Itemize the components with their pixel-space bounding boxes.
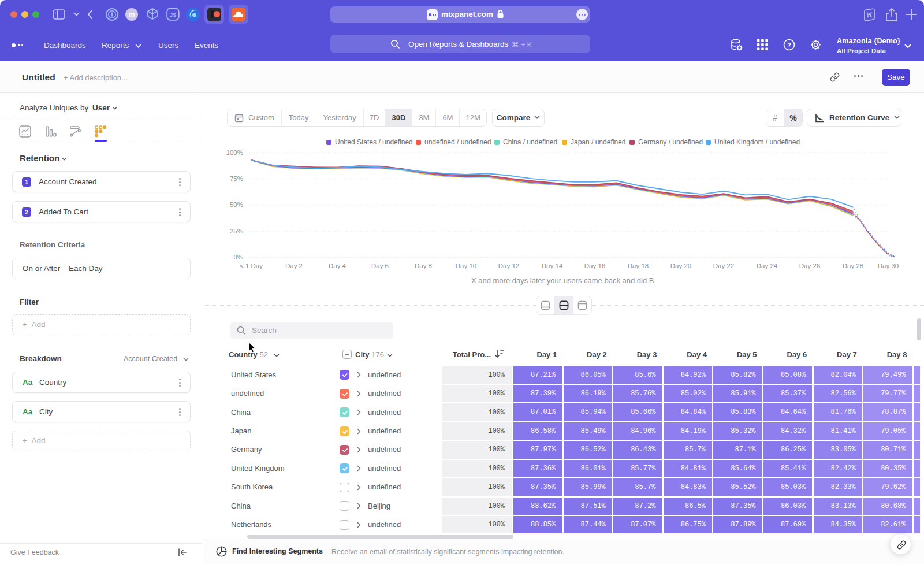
- svg-text:Day 18: Day 18: [628, 262, 649, 269]
- svg-text:Day 30: Day 30: [878, 262, 899, 269]
- svg-text:Day 26: Day 26: [799, 262, 820, 269]
- svg-text:Day 12: Day 12: [498, 262, 519, 269]
- svg-text:Day 6: Day 6: [371, 262, 389, 269]
- svg-text:Day 8: Day 8: [415, 262, 432, 269]
- svg-text:0%: 0%: [233, 254, 243, 261]
- svg-text:25%: 25%: [230, 228, 243, 235]
- svg-text:Day 20: Day 20: [670, 262, 691, 269]
- svg-text:Day 2: Day 2: [285, 262, 303, 269]
- svg-text:< 1 Day: < 1 Day: [240, 262, 263, 269]
- svg-text:Day 4: Day 4: [329, 262, 346, 269]
- svg-text:Day 28: Day 28: [843, 262, 863, 269]
- svg-text:50%: 50%: [230, 201, 243, 208]
- svg-text:Day 22: Day 22: [713, 262, 734, 269]
- svg-text:Day 24: Day 24: [757, 262, 778, 269]
- svg-text:75%: 75%: [230, 175, 243, 182]
- svg-text:Day 14: Day 14: [542, 262, 563, 269]
- svg-text:Day 10: Day 10: [456, 262, 476, 269]
- svg-text:100%: 100%: [226, 149, 243, 156]
- svg-text:Day 16: Day 16: [584, 262, 605, 269]
